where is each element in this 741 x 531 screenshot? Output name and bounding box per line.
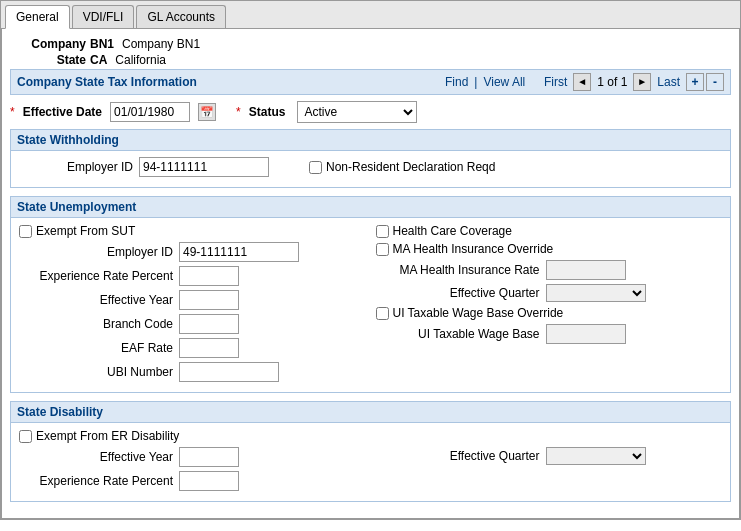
status-label: Status (249, 105, 286, 119)
unemp-employer-input[interactable] (179, 242, 299, 262)
state-label: State (10, 53, 90, 67)
health-care-row: Health Care Coverage (376, 224, 723, 238)
view-all-link[interactable]: View All (483, 75, 525, 89)
tab-gl-accounts[interactable]: GL Accounts (136, 5, 226, 28)
disability-right-col: Effective Quarter 1 2 3 4 (366, 447, 723, 495)
calendar-icon[interactable]: 📅 (198, 103, 216, 121)
disability-eff-year-input[interactable] (179, 447, 239, 467)
health-care-checkbox[interactable] (376, 225, 389, 238)
next-button[interactable]: ► (633, 73, 651, 91)
ma-health-row: MA Health Insurance Override (376, 242, 723, 256)
prev-button[interactable]: ◄ (573, 73, 591, 91)
unemployment-columns: Exempt From SUT Employer ID Experience R… (19, 224, 722, 386)
ui-taxable-override-row: UI Taxable Wage Base Override (376, 306, 723, 320)
disability-columns: Effective Year Experience Rate Percent E… (19, 447, 722, 495)
disability-exp-rate-label: Experience Rate Percent (19, 474, 179, 488)
disability-exp-rate-row: Experience Rate Percent (19, 471, 366, 491)
page-info: 1 of 1 (597, 75, 627, 89)
status-select[interactable]: Active Inactive (297, 101, 417, 123)
ui-taxable-override-label[interactable]: UI Taxable Wage Base Override (376, 306, 564, 320)
unemp-employer-row: Employer ID (19, 242, 366, 262)
ubi-number-row: UBI Number (19, 362, 366, 382)
non-resident-label: Non-Resident Declaration Reqd (326, 160, 495, 174)
exp-rate-input[interactable] (179, 266, 239, 286)
state-name: California (115, 53, 166, 67)
exempt-sut-checkbox[interactable] (19, 225, 32, 238)
ubi-number-label: UBI Number (19, 365, 179, 379)
state-disability-section: State Disability Exempt From ER Disabili… (10, 401, 731, 502)
ma-health-text: MA Health Insurance Override (393, 242, 554, 256)
disability-exp-rate-input[interactable] (179, 471, 239, 491)
remove-button[interactable]: - (706, 73, 724, 91)
state-info-row: State CA California (10, 53, 731, 67)
main-content: Company BN1 Company BN1 State CA Califor… (1, 29, 740, 519)
company-state-tax-title: Company State Tax Information (17, 75, 197, 89)
eff-year-label: Effective Year (19, 293, 179, 307)
state-withholding-title: State Withholding (11, 130, 730, 151)
company-info-row: Company BN1 Company BN1 (10, 37, 731, 51)
non-resident-checkbox-label[interactable]: Non-Resident Declaration Reqd (309, 160, 495, 174)
tab-general[interactable]: General (5, 5, 70, 29)
withholding-employer-label: Employer ID (19, 160, 139, 174)
exp-rate-label: Experience Rate Percent (19, 269, 179, 283)
unemployment-right-col: Health Care Coverage MA Health Insurance… (366, 224, 723, 386)
ma-health-rate-input[interactable] (546, 260, 626, 280)
disability-eff-year-label: Effective Year (19, 450, 179, 464)
ui-taxable-override-checkbox[interactable] (376, 307, 389, 320)
exempt-sut-label[interactable]: Exempt From SUT (19, 224, 135, 238)
exempt-er-row: Exempt From ER Disability (19, 429, 722, 443)
branch-code-label: Branch Code (19, 317, 179, 331)
eaf-rate-input[interactable] (179, 338, 239, 358)
first-link[interactable]: First (544, 75, 567, 89)
add-button[interactable]: + (686, 73, 704, 91)
state-withholding-body: Employer ID Non-Resident Declaration Req… (11, 151, 730, 187)
withholding-employer-input[interactable] (139, 157, 269, 177)
disability-eff-year-row: Effective Year (19, 447, 366, 467)
state-disability-title: State Disability (11, 402, 730, 423)
eff-quarter-select[interactable]: 1 2 3 4 (546, 284, 646, 302)
unemployment-left-col: Exempt From SUT Employer ID Experience R… (19, 224, 366, 386)
state-disability-body: Exempt From ER Disability Effective Year… (11, 423, 730, 501)
disability-eff-quarter-row: Effective Quarter 1 2 3 4 (376, 447, 723, 465)
effective-date-label: Effective Date (23, 105, 102, 119)
ui-taxable-base-input[interactable] (546, 324, 626, 344)
state-unemployment-body: Exempt From SUT Employer ID Experience R… (11, 218, 730, 392)
ma-health-label[interactable]: MA Health Insurance Override (376, 242, 554, 256)
disability-eff-quarter-label: Effective Quarter (376, 449, 546, 463)
eff-quarter-label: Effective Quarter (376, 286, 546, 300)
eff-year-row: Effective Year (19, 290, 366, 310)
state-unemployment-section: State Unemployment Exempt From SUT Emplo… (10, 196, 731, 393)
exempt-sut-text: Exempt From SUT (36, 224, 135, 238)
exempt-er-label[interactable]: Exempt From ER Disability (19, 429, 179, 443)
tab-vdi-fli[interactable]: VDI/FLI (72, 5, 135, 28)
company-label: Company (10, 37, 90, 51)
company-code: BN1 (90, 37, 114, 51)
ma-health-checkbox[interactable] (376, 243, 389, 256)
health-care-text: Health Care Coverage (393, 224, 512, 238)
branch-code-input[interactable] (179, 314, 239, 334)
state-unemployment-title: State Unemployment (11, 197, 730, 218)
eff-quarter-row: Effective Quarter 1 2 3 4 (376, 284, 723, 302)
ui-taxable-override-text: UI Taxable Wage Base Override (393, 306, 564, 320)
ma-health-rate-label: MA Health Insurance Rate (376, 263, 546, 277)
find-link[interactable]: Find (445, 75, 468, 89)
effective-date-row: *Effective Date 📅 *Status Active Inactiv… (10, 101, 731, 123)
exempt-er-text: Exempt From ER Disability (36, 429, 179, 443)
disability-eff-quarter-select[interactable]: 1 2 3 4 (546, 447, 646, 465)
eaf-rate-row: EAF Rate (19, 338, 366, 358)
disability-left-col: Effective Year Experience Rate Percent (19, 447, 366, 495)
state-withholding-section: State Withholding Employer ID Non-Reside… (10, 129, 731, 188)
company-name: Company BN1 (122, 37, 200, 51)
health-care-label[interactable]: Health Care Coverage (376, 224, 512, 238)
company-state-tax-header: Company State Tax Information Find | Vie… (10, 69, 731, 95)
unemp-employer-label: Employer ID (19, 245, 179, 259)
non-resident-checkbox[interactable] (309, 161, 322, 174)
header-nav: Find | View All First ◄ 1 of 1 ► Last + … (445, 73, 724, 91)
exempt-er-checkbox[interactable] (19, 430, 32, 443)
effective-date-input[interactable] (110, 102, 190, 122)
eff-year-input[interactable] (179, 290, 239, 310)
last-link[interactable]: Last (657, 75, 680, 89)
ubi-number-input[interactable] (179, 362, 279, 382)
ui-taxable-base-label: UI Taxable Wage Base (376, 327, 546, 341)
branch-code-row: Branch Code (19, 314, 366, 334)
